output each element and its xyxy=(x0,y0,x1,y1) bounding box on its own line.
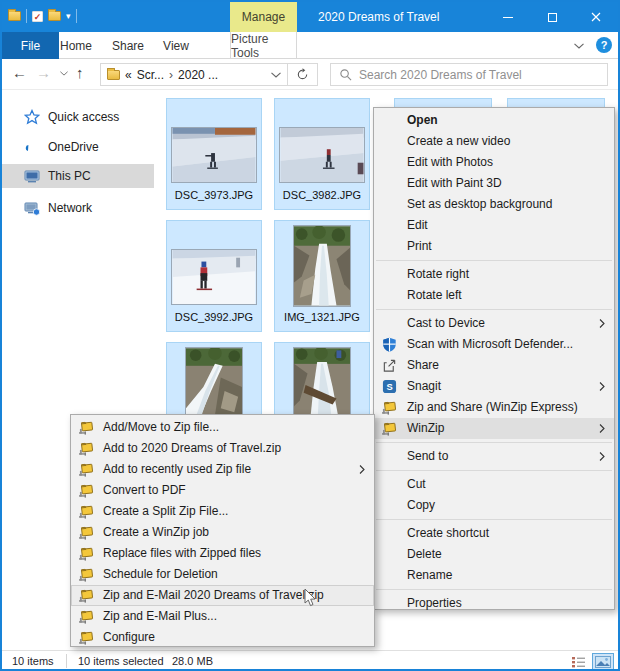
manage-tab[interactable]: Manage xyxy=(230,2,297,32)
menu-item-snagit[interactable]: Snagit xyxy=(374,376,614,397)
winzip-icon xyxy=(382,400,397,415)
close-button[interactable] xyxy=(574,2,618,32)
tab-share[interactable]: Share xyxy=(102,32,154,59)
menu-item-label: Create shortcut xyxy=(407,526,489,540)
sidebar-item-label: Quick access xyxy=(48,110,119,124)
winzip-icon xyxy=(79,504,94,519)
file-name: DSC_3973.JPG xyxy=(167,189,261,201)
menu-item-delete[interactable]: Delete xyxy=(374,544,614,565)
winzip-icon xyxy=(79,420,94,435)
submenu-item-configure[interactable]: Configure xyxy=(71,627,374,648)
menu-item-zip-and-share[interactable]: Zip and Share (WinZip Express) xyxy=(374,397,614,418)
status-divider xyxy=(66,654,67,668)
menu-item-print[interactable]: Print xyxy=(374,236,614,257)
menu-item-cast-to-device[interactable]: Cast to Device xyxy=(374,313,614,334)
menu-separator xyxy=(376,589,612,590)
tab-home[interactable]: Home xyxy=(50,32,102,59)
submenu-item-add-to-zip[interactable]: Add to 2020 Dreams of Travel.zip xyxy=(71,438,374,459)
menu-item-winzip[interactable]: WinZip xyxy=(374,418,614,439)
submenu-item-schedule-deletion[interactable]: Schedule for Deletion xyxy=(71,564,374,585)
network-icon xyxy=(24,200,40,216)
qat-dropdown-icon[interactable]: ▾ xyxy=(66,11,71,21)
breadcrumb-segment[interactable]: 2020 ... xyxy=(178,68,218,82)
cloud-icon xyxy=(24,139,40,155)
defender-shield-icon xyxy=(382,337,397,352)
menu-item-rename[interactable]: Rename xyxy=(374,565,614,586)
ribbon-collapse-icon[interactable] xyxy=(574,43,584,49)
details-view-icon xyxy=(571,655,587,669)
menu-separator xyxy=(376,442,612,443)
submenu-item-add-move-zip[interactable]: Add/Move to Zip file... xyxy=(71,417,374,438)
forward-button[interactable]: → xyxy=(36,64,51,81)
submenu-item-zip-email-plus[interactable]: Zip and E-Mail Plus... xyxy=(71,606,374,627)
submenu-item-replace-files[interactable]: Replace files with Zipped files xyxy=(71,543,374,564)
qat-properties-icon[interactable]: ✓ xyxy=(32,11,43,22)
refresh-button[interactable] xyxy=(288,63,318,86)
menu-item-share[interactable]: Share xyxy=(374,355,614,376)
tab-view[interactable]: View xyxy=(154,32,198,59)
menu-item-copy[interactable]: Copy xyxy=(374,495,614,516)
selection-count: 10 items selected xyxy=(78,655,164,667)
help-button[interactable]: ? xyxy=(596,37,612,53)
menu-item-label: Convert to PDF xyxy=(103,483,186,497)
star-icon xyxy=(24,109,40,125)
file-tile[interactable]: DSC_3992.JPG xyxy=(166,220,262,332)
search-box[interactable] xyxy=(330,63,608,86)
winzip-icon xyxy=(79,441,94,456)
menu-item-edit-with-photos[interactable]: Edit with Photos xyxy=(374,152,614,173)
menu-item-edit-with-paint3d[interactable]: Edit with Paint 3D xyxy=(374,173,614,194)
menu-item-create-new-video[interactable]: Create a new video xyxy=(374,131,614,152)
items-count: 10 items xyxy=(12,655,54,667)
menu-separator xyxy=(376,260,612,261)
maximize-button[interactable] xyxy=(530,2,574,32)
sidebar-item-onedrive[interactable]: OneDrive xyxy=(2,135,154,159)
sidebar-item-quick-access[interactable]: Quick access xyxy=(2,105,154,129)
address-bar: ← → ↑ « Scr... › 2020 ... xyxy=(2,59,618,90)
menu-item-scan-defender[interactable]: Scan with Microsoft Defender... xyxy=(374,334,614,355)
menu-item-label: Cast to Device xyxy=(407,316,485,330)
tab-picture-tools[interactable]: Picture Tools xyxy=(230,32,297,59)
menu-item-open[interactable]: Open xyxy=(374,110,614,131)
up-button[interactable]: ↑ xyxy=(76,64,84,81)
submenu-item-split-zip[interactable]: Create a Split Zip File... xyxy=(71,501,374,522)
submenu-item-zip-and-email[interactable]: Zip and E-Mail 2020 Dreams of Travel.zip xyxy=(71,585,374,606)
menu-item-edit[interactable]: Edit xyxy=(374,215,614,236)
submenu-item-convert-pdf[interactable]: Convert to PDF xyxy=(71,480,374,501)
address-breadcrumb[interactable]: « Scr... › 2020 ... xyxy=(100,63,288,86)
menu-item-send-to[interactable]: Send to xyxy=(374,446,614,467)
file-tile[interactable]: DSC_3973.JPG xyxy=(166,98,262,210)
menu-item-properties[interactable]: Properties xyxy=(374,593,614,614)
qat-new-folder-icon[interactable] xyxy=(48,11,61,21)
qat-folder-icon[interactable] xyxy=(8,11,21,21)
menu-item-label: Properties xyxy=(407,596,462,610)
thumbnails-view-button[interactable] xyxy=(592,653,614,671)
details-view-button[interactable] xyxy=(568,653,590,671)
menu-item-label: Print xyxy=(407,239,432,253)
menu-item-rotate-left[interactable]: Rotate left xyxy=(374,285,614,306)
file-thumbnail xyxy=(279,127,365,183)
menu-item-label: Delete xyxy=(407,547,442,561)
menu-item-rotate-right[interactable]: Rotate right xyxy=(374,264,614,285)
menu-item-set-desktop-background[interactable]: Set as desktop background xyxy=(374,194,614,215)
sidebar-item-this-pc[interactable]: This PC xyxy=(2,164,154,188)
menu-item-create-shortcut[interactable]: Create shortcut xyxy=(374,523,614,544)
recent-locations-icon[interactable] xyxy=(60,71,68,76)
submenu-item-add-recent-zip[interactable]: Add to recently used Zip file xyxy=(71,459,374,480)
back-button[interactable]: ← xyxy=(12,64,27,81)
file-tile[interactable]: DSC_3982.JPG xyxy=(274,98,370,210)
sidebar-item-network[interactable]: Network xyxy=(2,196,154,220)
breadcrumb-separator: › xyxy=(169,68,173,82)
menu-item-cut[interactable]: Cut xyxy=(374,474,614,495)
file-thumbnail xyxy=(171,249,257,305)
minimize-button[interactable] xyxy=(486,2,530,32)
menu-separator xyxy=(376,309,612,310)
breadcrumb-prefix[interactable]: « xyxy=(125,68,132,82)
file-tile[interactable]: IMG_1321.JPG xyxy=(274,220,370,332)
search-input[interactable] xyxy=(359,68,599,82)
address-dropdown-icon[interactable] xyxy=(271,72,281,78)
sidebar-item-label: OneDrive xyxy=(48,140,99,154)
breadcrumb-segment[interactable]: Scr... xyxy=(137,68,164,82)
submenu-item-winzip-job[interactable]: Create a WinZip job xyxy=(71,522,374,543)
menu-item-label: Snagit xyxy=(407,379,441,393)
submenu-arrow-icon xyxy=(599,319,605,328)
